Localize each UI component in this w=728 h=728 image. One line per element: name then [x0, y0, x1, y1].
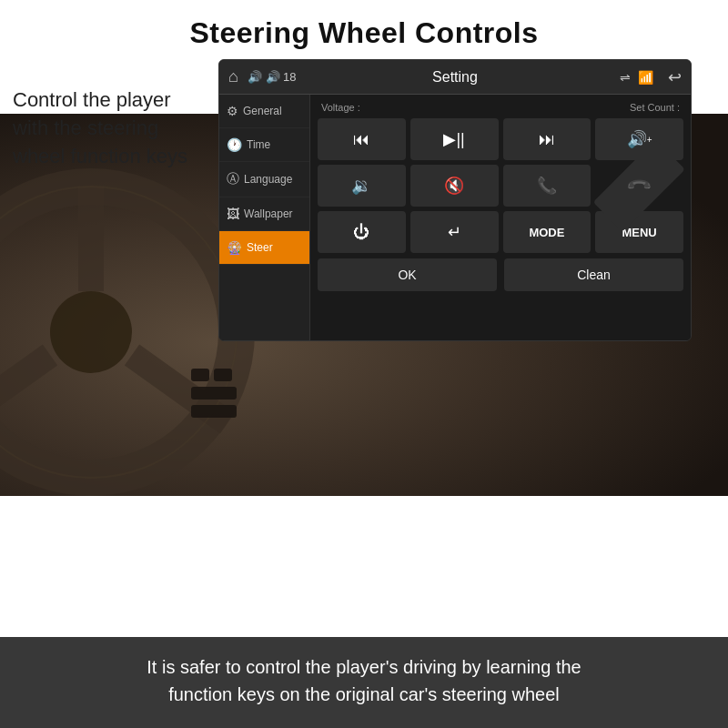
time-label: Time	[247, 138, 270, 151]
sidebar-item-steer[interactable]: 🎡 Steer	[219, 231, 309, 265]
svg-rect-7	[191, 405, 237, 418]
bottom-line2: function keys on the original car's stee…	[168, 684, 560, 704]
language-icon: Ⓐ	[227, 171, 239, 187]
power-button[interactable]: ⏻	[318, 211, 406, 253]
desc-line3: wheel function keys	[13, 145, 187, 167]
mute-button[interactable]: 🔇	[410, 165, 499, 207]
mode-button[interactable]: MODE	[503, 211, 592, 253]
call-answer-button[interactable]: 📞	[503, 165, 592, 207]
desc-line2: with the steering	[13, 116, 158, 139]
steer-icon: 🎡	[227, 240, 242, 255]
desc-line1: Control the player	[13, 88, 171, 111]
header-right-icons: ⇌ 📶 ↩	[620, 67, 682, 87]
panel-headers: Voltage : Set Count :	[318, 102, 683, 113]
voltage-label: Voltage :	[321, 102, 360, 113]
button-grid-row1: ⏮ ▶︎|| ⏭ 🔊+	[318, 118, 683, 160]
wallpaper-icon: 🖼	[227, 207, 239, 221]
general-label: General	[243, 105, 282, 117]
clean-button[interactable]: Clean	[504, 258, 683, 291]
page-title: Steering Wheel Controls	[0, 0, 728, 59]
sidebar: ⚙ General 🕐 Time Ⓐ Language 🖼 Wallpaper …	[219, 95, 310, 340]
ok-button[interactable]: OK	[318, 258, 497, 291]
feature-description: Control the player with the steering whe…	[0, 59, 200, 369]
back-icon[interactable]: ↩	[668, 67, 682, 87]
steer-label: Steer	[247, 241, 273, 254]
enter-button[interactable]: ↵	[410, 211, 499, 253]
svg-rect-8	[191, 369, 209, 381]
button-grid-row2: 🔉 🔇 📞 📞	[318, 165, 683, 207]
volume-down-button[interactable]: 🔉	[318, 165, 406, 207]
language-label: Language	[244, 173, 292, 186]
signal-icon: 📶	[638, 70, 653, 85]
bottom-line1: It is safer to control the player's driv…	[147, 657, 581, 677]
next-track-button[interactable]: ⏭	[503, 118, 592, 160]
general-icon: ⚙	[227, 104, 238, 118]
usb-icon: ⇌	[620, 70, 631, 85]
settings-panel: ⌂ 🔊 🔊 18 Setting ⇌ 📶 ↩ ⚙ General 🕐	[218, 59, 692, 341]
prev-track-button[interactable]: ⏮	[318, 118, 406, 160]
bottom-section: It is safer to control the player's driv…	[0, 637, 728, 728]
set-count-label: Set Count :	[630, 102, 680, 113]
sidebar-item-time[interactable]: 🕐 Time	[219, 128, 309, 162]
wallpaper-label: Wallpaper	[244, 207, 293, 220]
home-icon[interactable]: ⌂	[228, 67, 238, 86]
header-bar: ⌂ 🔊 🔊 18 Setting ⇌ 📶 ↩	[219, 60, 691, 95]
right-panel: Voltage : Set Count : ⏮ ▶︎|| ⏭ 🔊+ 🔉 🔇 📞 …	[310, 95, 691, 340]
sidebar-item-wallpaper[interactable]: 🖼 Wallpaper	[219, 197, 309, 231]
time-icon: 🕐	[227, 137, 242, 152]
svg-rect-9	[214, 369, 232, 381]
volume-display: 🔊 🔊 18	[248, 70, 297, 84]
sidebar-item-language[interactable]: Ⓐ Language	[219, 162, 309, 197]
sidebar-item-general[interactable]: ⚙ General	[219, 95, 309, 128]
svg-rect-6	[191, 387, 237, 399]
play-pause-button[interactable]: ▶︎||	[410, 118, 499, 160]
volume-value: 🔊 18	[266, 70, 297, 84]
volume-icon: 🔊	[248, 70, 262, 84]
bottom-text: It is safer to control the player's driv…	[22, 653, 706, 708]
action-buttons: OK Clean	[318, 258, 683, 291]
panel-title: Setting	[432, 69, 478, 86]
content-area: ⚙ General 🕐 Time Ⓐ Language 🖼 Wallpaper …	[219, 95, 691, 340]
